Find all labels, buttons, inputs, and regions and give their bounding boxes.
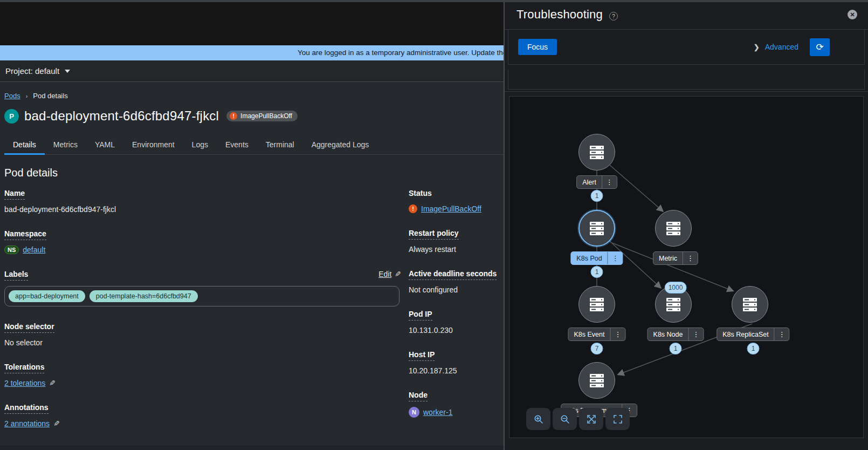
focus-button[interactable]: Focus <box>518 39 557 55</box>
graph-label-k8s-event[interactable]: K8s Event ⋮ <box>568 328 626 341</box>
tab-aggregated-logs[interactable]: Aggregated Logs <box>303 135 378 154</box>
annotations-link[interactable]: 2 annotations <box>4 419 50 428</box>
node-term: Node <box>409 391 428 401</box>
horizontal-scrollbar[interactable] <box>0 445 504 450</box>
annotations-term: Annotations <box>4 403 49 414</box>
fullscreen-icon <box>613 414 623 424</box>
kebab-menu-icon[interactable]: ⋮ <box>688 328 703 340</box>
kebab-menu-icon[interactable]: ⋮ <box>683 252 698 264</box>
login-notice-banner: You are logged in as a temporary adminis… <box>0 45 504 60</box>
active-deadline-term: Active deadline seconds <box>409 269 497 280</box>
pod-ip-value: 10.131.0.230 <box>409 326 504 335</box>
advanced-link[interactable]: Advanced <box>765 43 798 51</box>
name-value: bad-deployment-6d6cfbd947-fjkcl <box>4 205 401 214</box>
graph-edges <box>509 97 864 438</box>
fullscreen-button[interactable] <box>605 408 630 430</box>
server-icon <box>665 221 681 236</box>
graph-node-k8s-pod[interactable] <box>578 210 615 247</box>
graph-node-metric[interactable] <box>655 210 692 247</box>
exclamation-icon: ! <box>230 112 237 120</box>
host-ip-value: 10.20.187.125 <box>409 366 504 375</box>
status-reason-link[interactable]: ImagePullBackOff <box>421 204 481 213</box>
label-chip[interactable]: pod-template-hash=6d6cfbd947 <box>89 290 198 302</box>
sync-icon: ⟳ <box>816 42 823 53</box>
server-icon <box>589 221 605 236</box>
alert-count-badge: 1 <box>591 190 603 202</box>
server-icon <box>589 373 605 388</box>
exclamation-icon: ! <box>409 204 417 213</box>
panel-title: Troubleshooting <box>516 8 603 22</box>
zoom-in-icon <box>534 414 543 424</box>
pencil-icon[interactable]: ✎ <box>53 419 60 428</box>
namespace-badge: NS <box>4 246 19 254</box>
zoom-in-button[interactable] <box>526 408 550 430</box>
node-selector-term: Node selector <box>4 322 54 333</box>
tab-yaml[interactable]: YAML <box>86 135 123 154</box>
name-term: Name <box>4 189 25 200</box>
graph-label-k8s-pod[interactable]: K8s Pod ⋮ <box>570 251 623 265</box>
refresh-button[interactable]: ⟳ <box>810 38 830 56</box>
node-link[interactable]: worker-1 <box>423 408 452 417</box>
tolerations-link[interactable]: 2 tolerations <box>4 379 45 387</box>
graph-node-k8s-event[interactable] <box>578 286 615 323</box>
project-selector-label: Project: default <box>5 66 59 76</box>
k8s-pod-count-badge: 1 <box>591 266 603 278</box>
topology-graph[interactable]: Alert ⋮ K8s Pod ⋮ Metric ⋮ K8s Event ⋮ K… <box>509 96 864 438</box>
k8s-event-count-badge: 7 <box>591 343 603 354</box>
label-chip[interactable]: app=bad-deployment <box>9 290 85 302</box>
labels-term: Labels <box>4 270 28 281</box>
graph-node-alert[interactable] <box>578 134 615 171</box>
status-term: Status <box>409 189 432 199</box>
graph-label-k8s-replicaset[interactable]: K8s ReplicaSet ⋮ <box>717 328 789 341</box>
project-selector-bar[interactable]: Project: default <box>0 60 504 82</box>
panel-divider <box>504 0 505 450</box>
server-icon <box>589 145 605 160</box>
chevron-right-icon[interactable]: ❯ <box>754 43 760 51</box>
kebab-menu-icon[interactable]: ⋮ <box>602 176 617 188</box>
tab-metrics[interactable]: Metrics <box>45 135 86 154</box>
tab-details[interactable]: Details <box>4 135 45 154</box>
breadcrumb: Pods › Pod details <box>4 92 504 100</box>
pod-resource-badge: P <box>4 109 19 124</box>
graph-node-k8s-deployment[interactable] <box>578 362 615 399</box>
status-badge: ! ImagePullBackOff <box>226 111 298 121</box>
breadcrumb-pods-link[interactable]: Pods <box>4 92 20 100</box>
active-deadline-value: Not configured <box>409 285 504 294</box>
kebab-menu-icon[interactable]: ⋮ <box>610 328 625 340</box>
graph-label-k8s-node[interactable]: K8s Node ⋮ <box>647 328 704 341</box>
tab-environment[interactable]: Environment <box>123 135 183 154</box>
namespace-link[interactable]: default <box>23 246 45 254</box>
fit-to-screen-button[interactable] <box>579 408 603 430</box>
breadcrumb-current: Pod details <box>33 92 67 100</box>
kebab-menu-icon[interactable]: ⋮ <box>775 328 789 340</box>
pod-details-heading: Pod details <box>4 167 504 179</box>
troubleshooting-panel: Troubleshooting ? ✕ Focus ❯ Advanced ⟳ <box>505 0 868 450</box>
k8s-replicaset-count-badge: 1 <box>747 343 760 354</box>
k8s-node-count-badge: 1 <box>670 343 682 354</box>
namespace-term: Namespace <box>4 229 46 240</box>
graph-label-metric[interactable]: Metric ⋮ <box>653 251 698 265</box>
labels-edit-link[interactable]: Edit <box>378 270 391 278</box>
help-icon[interactable]: ? <box>609 12 618 21</box>
zoom-out-button[interactable] <box>553 408 577 430</box>
kebab-menu-icon[interactable]: ⋮ <box>608 252 623 264</box>
window-top-strip <box>0 0 868 2</box>
graph-label-alert[interactable]: Alert ⋮ <box>576 175 617 189</box>
labels-edit[interactable]: Edit ✎ <box>378 270 401 278</box>
tab-events[interactable]: Events <box>217 135 257 154</box>
zoom-out-icon <box>560 414 570 424</box>
expand-arrows-icon <box>587 414 596 424</box>
metric-count-badge: 1000 <box>665 282 687 294</box>
panel-empty-section <box>508 70 865 90</box>
close-icon[interactable]: ✕ <box>848 10 857 19</box>
tab-logs[interactable]: Logs <box>183 135 217 154</box>
pod-ip-term: Pod IP <box>409 310 432 321</box>
pencil-icon: ✎ <box>395 270 401 278</box>
banner-message: You are logged in as a temporary adminis… <box>298 49 504 57</box>
tab-bar: Details Metrics YAML Environment Logs Ev… <box>4 135 504 155</box>
tab-terminal[interactable]: Terminal <box>257 135 303 154</box>
tolerations-term: Tolerations <box>4 363 44 373</box>
restart-policy-value: Always restart <box>409 245 504 254</box>
pencil-icon[interactable]: ✎ <box>49 379 56 387</box>
graph-node-k8s-replicaset[interactable] <box>732 286 768 323</box>
